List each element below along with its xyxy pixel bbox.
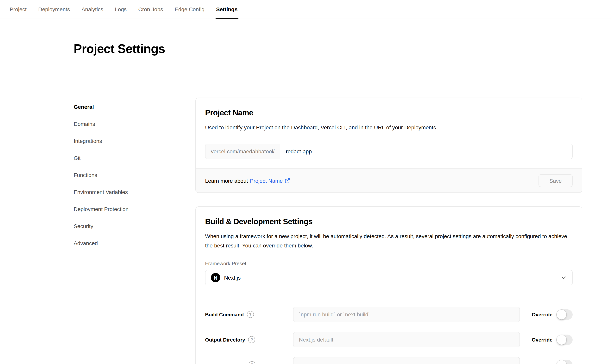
partial-row-override-toggle[interactable] <box>556 360 573 364</box>
project-name-input[interactable] <box>280 144 572 159</box>
build-command-override-label: Override <box>532 312 553 317</box>
project-name-doc-link-label: Project Name <box>250 178 283 184</box>
build-command-override-toggle[interactable] <box>556 309 573 320</box>
output-directory-override-toggle[interactable] <box>556 334 573 345</box>
output-directory-input[interactable] <box>293 332 520 347</box>
settings-main: Project Name Used to identify your Proje… <box>195 77 582 364</box>
nav-tab-project[interactable]: Project <box>10 0 27 19</box>
sidebar-item-git[interactable]: Git <box>74 154 195 162</box>
project-name-card-title: Project Name <box>205 107 573 118</box>
sidebar-item-environment-variables[interactable]: Environment Variables <box>74 188 195 196</box>
chevron-down-icon <box>561 274 567 281</box>
build-settings-card-title: Build & Development Settings <box>205 216 573 227</box>
sidebar-item-advanced[interactable]: Advanced <box>74 239 195 247</box>
build-command-label: Build Command <box>205 312 244 317</box>
toggle-knob <box>557 360 566 364</box>
project-name-doc-link[interactable]: Project Name <box>250 178 291 184</box>
output-directory-label: Output Directory <box>205 337 245 342</box>
build-settings-card: Build & Development Settings When using … <box>195 206 582 364</box>
output-directory-override-label: Override <box>532 337 553 342</box>
save-button[interactable]: Save <box>539 174 573 187</box>
nav-tab-cron-jobs[interactable]: Cron Jobs <box>138 0 163 19</box>
build-command-row: Build Command ? Override <box>205 307 573 322</box>
external-link-icon <box>285 178 291 183</box>
project-name-card: Project Name Used to identify your Proje… <box>195 98 582 193</box>
nav-tab-settings[interactable]: Settings <box>216 0 237 19</box>
settings-sidebar: General Domains Integrations Git Functio… <box>74 77 195 247</box>
nav-tab-analytics[interactable]: Analytics <box>82 0 103 19</box>
project-name-input-group: vercel.com/maedahbatool/ <box>205 144 573 159</box>
partially-visible-row: ? <box>205 357 573 364</box>
build-command-input[interactable] <box>293 307 520 322</box>
framework-preset-value: Next.js <box>224 274 557 281</box>
sidebar-item-integrations[interactable]: Integrations <box>74 137 195 145</box>
project-name-url-prefix: vercel.com/maedahbatool/ <box>206 144 280 159</box>
toggle-knob <box>557 335 566 344</box>
project-name-card-description: Used to identify your Project on the Das… <box>205 123 573 132</box>
learn-more-text: Learn more about Project Name <box>205 178 291 184</box>
nav-tab-logs[interactable]: Logs <box>115 0 127 19</box>
content-area: General Domains Integrations Git Functio… <box>0 77 611 364</box>
project-name-card-footer: Learn more about Project Name Save <box>196 169 582 193</box>
nextjs-logo-icon: N <box>211 273 220 282</box>
framework-preset-label: Framework Preset <box>205 260 573 267</box>
nav-tab-edge-config[interactable]: Edge Config <box>175 0 205 19</box>
page-title: Project Settings <box>74 41 611 56</box>
sidebar-item-general[interactable]: General <box>74 103 195 111</box>
learn-more-prefix: Learn more about <box>205 178 248 184</box>
top-nav: Project Deployments Analytics Logs Cron … <box>0 0 611 19</box>
output-directory-row: Output Directory ? Override <box>205 332 573 347</box>
nav-tab-deployments[interactable]: Deployments <box>38 0 70 19</box>
app-window: Project Deployments Analytics Logs Cron … <box>0 0 611 364</box>
output-directory-help-icon[interactable]: ? <box>248 336 255 343</box>
build-card-divider <box>205 297 573 297</box>
sidebar-item-domains[interactable]: Domains <box>74 120 195 128</box>
sidebar-item-functions[interactable]: Functions <box>74 171 195 179</box>
sidebar-item-security[interactable]: Security <box>74 222 195 230</box>
sidebar-item-deployment-protection[interactable]: Deployment Protection <box>74 205 195 213</box>
build-settings-card-description: When using a framework for a new project… <box>205 232 571 250</box>
partial-row-input[interactable] <box>293 357 520 364</box>
build-command-help-icon[interactable]: ? <box>247 311 254 318</box>
toggle-knob <box>557 310 566 319</box>
page-header: Project Settings <box>0 19 611 77</box>
build-setting-rows: Build Command ? Override <box>205 307 573 364</box>
partial-row-help-icon[interactable]: ? <box>249 361 255 364</box>
framework-preset-select[interactable]: N Next.js <box>205 270 573 286</box>
